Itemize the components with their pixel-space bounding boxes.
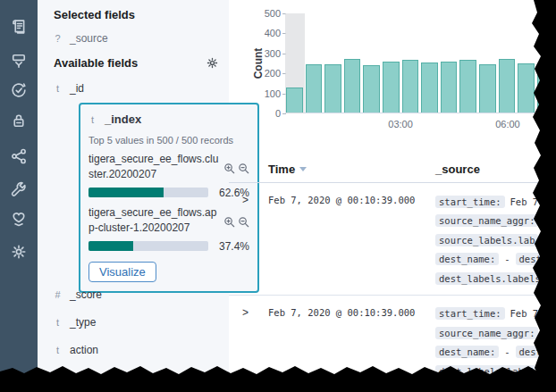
heartbeat-icon[interactable]	[10, 210, 28, 228]
source-field-pill: start_time:	[435, 196, 505, 208]
doc-expand-button[interactable]: >	[229, 304, 268, 381]
source-field-pill: dest_labels.labels	[435, 365, 544, 378]
field-type-badge: #	[54, 289, 62, 300]
x-tick-label: 06:00	[490, 119, 526, 129]
source-field-value: -	[504, 346, 510, 357]
top-value-label: tigera_secure_ee_flows.app-cluster-1.202…	[88, 205, 222, 237]
histogram-bar[interactable]	[324, 64, 341, 113]
histogram-bar[interactable]	[499, 59, 516, 113]
documents-table: Time _source >Feb 7, 2020 @ 00:10:39.000…	[229, 163, 556, 388]
top-value-entry: tigera_secure_ee_flows.app-cluster-1.202…	[88, 205, 249, 237]
doc-source-line: dest_name:-dest	[435, 250, 556, 270]
audit-logs-icon[interactable]	[10, 18, 28, 36]
field-name: _index	[105, 113, 141, 126]
clock-check-icon[interactable]	[10, 81, 28, 99]
histogram-bar[interactable]	[402, 60, 419, 113]
histogram-bar[interactable]	[537, 63, 554, 113]
source-field-pill: dest_name:	[435, 253, 499, 265]
top-value-bar-fill	[88, 241, 133, 251]
histogram-bar[interactable]	[286, 88, 303, 113]
top-value-bar-row: 37.4%	[88, 240, 249, 253]
table-rows: >Feb 7, 2020 @ 00:10:39.000start_time:Fe…	[229, 183, 556, 388]
source-field-pill: source_name_aggr:	[435, 214, 538, 227]
sort-desc-icon	[299, 167, 307, 171]
source-field-pill: start_time:	[435, 307, 505, 320]
field-item-id[interactable]: t_id	[54, 82, 215, 95]
field-item-source[interactable]: ?_source	[54, 32, 215, 45]
source-field-pill: source_name_aggr:	[435, 327, 538, 339]
selected-fields-heading: Selected fields	[54, 8, 135, 21]
doc-source-cell: start_time:Feb 7source_name_aggr:source_…	[435, 192, 556, 288]
time-column-header[interactable]: Time	[268, 163, 435, 176]
y-tick-label: 100	[247, 88, 281, 99]
doc-timestamp: Feb 7, 2020 @ 00:10:39.000	[268, 192, 435, 288]
network-share-icon[interactable]	[10, 147, 28, 165]
source-column-header[interactable]: _source	[435, 163, 556, 176]
histogram-bar[interactable]	[518, 63, 535, 113]
source-field-pill: dest_name:	[435, 346, 499, 358]
field-name: _source	[70, 32, 108, 45]
wrench-icon[interactable]	[10, 180, 28, 198]
histogram-bar[interactable]	[306, 64, 323, 113]
field-item[interactable]: #	[54, 371, 215, 382]
gear-icon[interactable]	[10, 243, 28, 261]
x-tick-label: 03:00	[383, 119, 418, 129]
field-type-badge: ?	[54, 33, 62, 44]
bars-container	[286, 13, 556, 113]
top-value-bar-row: 62.6%	[88, 187, 249, 199]
table-row: >Feb 7, 2020 @ 00:10:39.000start_time:Fe…	[229, 296, 556, 388]
field-name: action	[70, 344, 98, 356]
histogram-bar[interactable]	[479, 64, 496, 113]
field-settings-gear-icon[interactable]	[206, 56, 219, 70]
top-value-bar-fill	[88, 188, 164, 197]
field-item-action[interactable]: taction	[54, 344, 215, 356]
top-values-summary: Top 5 values in 500 / 500 records	[88, 135, 249, 146]
top-value-bar-track	[88, 241, 208, 251]
doc-source-line: dest_labels.labels	[435, 269, 556, 288]
y-tick-label: 500	[247, 8, 281, 19]
y-tick-mark	[282, 113, 286, 114]
histogram-bar[interactable]	[344, 59, 361, 113]
lock-icon[interactable]	[10, 112, 28, 129]
doc-expand-button[interactable]: >	[229, 192, 268, 288]
doc-source-line: dest_labels.labels	[435, 362, 556, 381]
source-field-pill: source_labels.lab	[435, 234, 538, 246]
capture-icon[interactable]	[10, 52, 28, 70]
top-value-label: tigera_secure_ee_flows.cluster.20200207	[88, 152, 222, 183]
field-type-badge: t	[54, 83, 62, 94]
y-tick-label: 400	[247, 28, 281, 38]
plot-area	[286, 13, 556, 113]
field-item-type[interactable]: t_type	[54, 316, 215, 329]
histogram-bar[interactable]	[383, 62, 400, 113]
histogram-bar[interactable]	[421, 63, 438, 113]
doc-source-line: start_time:Feb 7,	[435, 304, 556, 324]
histogram-bar[interactable]	[459, 60, 476, 113]
histogram-bar[interactable]	[441, 62, 458, 113]
doc-source-line: source_labels.lab	[435, 230, 556, 250]
source-field-pill: dest	[516, 253, 545, 265]
field-name: _id	[70, 82, 84, 95]
kibana-discover-screen: Selected fields ?_source Available field…	[0, 0, 556, 392]
field-type-badge: #	[54, 371, 62, 382]
top-value-entry: tigera_secure_ee_flows.cluster.20200207	[88, 152, 249, 183]
source-field-value: Feb 7	[510, 196, 539, 207]
doc-source-line: source_name_aggr:	[435, 323, 556, 343]
top-value-bar-track	[88, 188, 208, 197]
y-tick-label: 0	[247, 108, 281, 119]
doc-source-line: source_name_aggr:	[435, 212, 556, 231]
field-item-score[interactable]: #_score	[54, 288, 215, 301]
doc-source-cell: start_time:Feb 7,source_name_aggr:dest_n…	[435, 304, 556, 381]
field-name: _type	[70, 316, 96, 329]
histogram-bar[interactable]	[363, 65, 380, 113]
table-row: >Feb 7, 2020 @ 00:10:39.000start_time:Fe…	[229, 183, 556, 296]
field-name: _score	[70, 288, 102, 301]
field-type-badge: t	[54, 317, 62, 328]
source-field-pill: dest_labels.labels	[435, 272, 544, 285]
table-header-row: Time _source	[229, 163, 556, 183]
fields-sidebar: Selected fields ?_source Available field…	[38, 0, 229, 392]
source-field-value: -	[504, 254, 510, 264]
top-values-list: tigera_secure_ee_flows.cluster.202002076…	[88, 152, 249, 253]
visualize-button[interactable]: Visualize	[88, 262, 156, 282]
field-item-index[interactable]: t _index	[88, 113, 249, 126]
y-tick-label: 200	[247, 68, 281, 79]
